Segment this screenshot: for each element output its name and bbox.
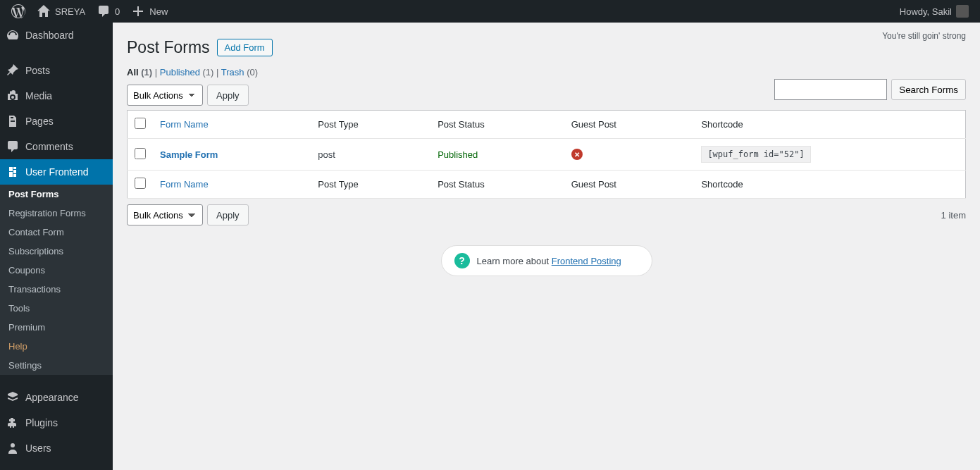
item-count-bottom: 1 item [941, 210, 966, 221]
filter-trash[interactable]: Trash [221, 67, 244, 78]
row-shortcode[interactable]: [wpuf_form id="52"] [701, 146, 810, 163]
menu-label: Appearance [25, 392, 79, 403]
page-icon [6, 114, 20, 128]
top-notice: You're still goin' strong [882, 31, 966, 41]
table-row: Sample Form post Published ✕ [wpuf_form … [128, 139, 966, 171]
howdy-text: Howdy, Sakil [900, 6, 952, 17]
sidebar-item-appearance[interactable]: Appearance [0, 385, 113, 410]
user-frontend-icon [6, 165, 20, 179]
form-name-link[interactable]: Sample Form [160, 149, 218, 160]
col-post-status: Post Status [430, 171, 564, 199]
submenu-subscriptions[interactable]: Subscriptions [0, 242, 113, 261]
comment-icon [6, 140, 20, 154]
wordpress-logo-icon [11, 4, 25, 18]
dashboard-icon [6, 28, 20, 42]
submenu-contact-form[interactable]: Contact Form [0, 223, 113, 242]
sidebar-item-pages[interactable]: Pages [0, 109, 113, 134]
submenu-post-forms[interactable]: Post Forms [0, 185, 113, 204]
menu-label: Comments [25, 141, 73, 152]
search-forms-button[interactable]: Search Forms [891, 79, 966, 100]
media-icon [6, 89, 20, 103]
new-label: New [149, 6, 168, 17]
row-post-status: Published [438, 149, 478, 160]
submenu-help[interactable]: Help [0, 337, 113, 356]
menu-label: Pages [25, 116, 54, 127]
page-title: Post Forms [127, 38, 210, 57]
submenu-settings[interactable]: Settings [0, 356, 113, 375]
plus-icon [131, 4, 145, 18]
add-form-button[interactable]: Add Form [217, 39, 273, 56]
filter-all[interactable]: All (1) [127, 67, 152, 78]
menu-label: Posts [25, 65, 50, 76]
submenu-user-frontend: Post Forms Registration Forms Contact Fo… [0, 185, 113, 375]
row-select[interactable] [135, 148, 146, 159]
bulk-actions-select-top[interactable]: Bulk Actions [127, 85, 203, 106]
comments-count: 0 [115, 6, 120, 17]
appearance-icon [6, 390, 20, 404]
col-post-type: Post Type [311, 171, 430, 199]
sidebar-item-user-frontend[interactable]: User Frontend [0, 159, 113, 185]
help-icon: ? [454, 253, 470, 268]
admin-bar: SREYA 0 New Howdy, Sakil [0, 0, 980, 23]
select-all-top[interactable] [135, 118, 146, 129]
bulk-actions-select-bottom[interactable]: Bulk Actions [127, 204, 203, 225]
search-input[interactable] [774, 79, 887, 100]
site-name-label: SREYA [55, 6, 85, 17]
learn-more-text: Learn more about Frontend Posting [477, 256, 621, 266]
new-content-menu[interactable]: New [125, 0, 173, 23]
sidebar-item-dashboard[interactable]: Dashboard [0, 23, 113, 48]
col-guest-post: Guest Post [564, 171, 695, 199]
submenu-coupons[interactable]: Coupons [0, 261, 113, 280]
pin-icon [6, 63, 20, 78]
submenu-registration-forms[interactable]: Registration Forms [0, 204, 113, 223]
site-name-menu[interactable]: SREYA [31, 0, 91, 23]
forms-table: Form Name Post Type Post Status Guest Po… [127, 110, 966, 199]
col-shortcode: Shortcode [694, 111, 965, 139]
row-post-type: post [311, 139, 430, 171]
sidebar-item-posts[interactable]: Posts [0, 58, 113, 83]
menu-label: Dashboard [25, 30, 74, 41]
submenu-premium[interactable]: Premium [0, 318, 113, 337]
status-filters: All (1) | Published (1) | Trash (0) [127, 67, 966, 78]
col-form-name[interactable]: Form Name [153, 171, 311, 199]
apply-button-bottom[interactable]: Apply [207, 204, 249, 225]
filter-published[interactable]: Published [160, 67, 200, 78]
home-icon [37, 4, 51, 18]
select-all-bottom[interactable] [135, 178, 146, 189]
col-shortcode: Shortcode [694, 171, 965, 199]
submenu-tools[interactable]: Tools [0, 299, 113, 318]
menu-label: Media [25, 90, 52, 101]
menu-label: User Frontend [25, 166, 88, 178]
menu-label: Users [25, 443, 51, 454]
col-post-status: Post Status [430, 111, 564, 139]
sidebar-item-comments[interactable]: Comments [0, 134, 113, 159]
sidebar-item-plugins[interactable]: Plugins [0, 410, 113, 435]
learn-more-box: ? Learn more about Frontend Posting [441, 245, 652, 276]
wp-logo-menu[interactable] [6, 0, 31, 23]
frontend-posting-link[interactable]: Frontend Posting [552, 256, 621, 266]
users-icon [6, 441, 20, 455]
col-post-type: Post Type [311, 111, 430, 139]
admin-sidebar: Dashboard Posts Media Pages Comments Use… [0, 23, 113, 470]
menu-label: Plugins [25, 417, 58, 428]
apply-button-top[interactable]: Apply [207, 85, 249, 106]
sidebar-item-users[interactable]: Users [0, 435, 113, 461]
col-form-name[interactable]: Form Name [153, 111, 311, 139]
submenu-transactions[interactable]: Transactions [0, 280, 113, 299]
col-guest-post: Guest Post [564, 111, 695, 139]
my-account-menu[interactable]: Howdy, Sakil [900, 5, 974, 18]
comment-icon [97, 4, 111, 18]
comments-menu[interactable]: 0 [91, 0, 125, 23]
guest-post-no-icon: ✕ [571, 149, 583, 160]
main-content: You're still goin' strong Post Forms Add… [113, 23, 980, 470]
sidebar-item-media[interactable]: Media [0, 83, 113, 109]
avatar-icon [956, 5, 969, 18]
plugin-icon [6, 416, 20, 430]
